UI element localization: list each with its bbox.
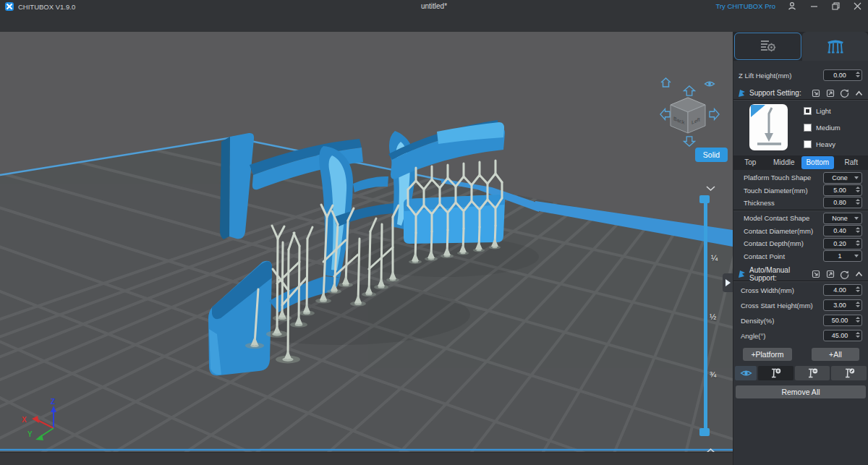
setting-label: Thickness (744, 199, 775, 207)
z-clip-slider-track[interactable] (704, 199, 707, 433)
z-clip-slider-top-handle[interactable] (699, 195, 710, 203)
part-tab-middle[interactable]: Middle (768, 156, 801, 169)
section-title: Support Setting: (749, 89, 811, 97)
setting-number-input[interactable]: 5.00 (823, 184, 862, 196)
close-button[interactable] (852, 1, 862, 10)
support-platform-icon (825, 38, 846, 54)
chevron-down-icon[interactable] (854, 255, 859, 257)
chevron-down-icon[interactable] (854, 217, 859, 220)
setting-value: 0.20 (833, 240, 846, 247)
add-platform-supports-button[interactable]: +Platform (743, 348, 792, 361)
divider (733, 210, 868, 210)
import-settings-icon[interactable] (811, 270, 820, 279)
setting-label: Contact Diameter(mm) (744, 227, 813, 235)
checkbox[interactable] (804, 124, 812, 132)
setting-value: 45.00 (832, 332, 848, 339)
view-cube[interactable]: Back Left (667, 95, 709, 139)
account-icon[interactable] (787, 1, 797, 10)
panel-expand-tab[interactable] (723, 273, 733, 292)
setting-label: Platform Touch Shape (744, 174, 811, 182)
spinner-arrows[interactable] (856, 286, 860, 292)
setting-row: Cross Start Height(mm)3.00 (733, 298, 868, 313)
slider-quarter-label: ¼ (711, 254, 718, 263)
edit-support-tool-button[interactable] (831, 366, 867, 380)
axis-z-label: Z (51, 398, 55, 406)
part-tab-bottom[interactable]: Bottom (801, 156, 834, 169)
z-lift-input[interactable]: 0.00 (823, 69, 862, 81)
spinner-arrows[interactable] (856, 199, 860, 205)
spinner-arrows[interactable] (856, 187, 860, 192)
setting-label: Model Contact Shape (744, 214, 809, 222)
setting-dropdown[interactable]: Cone (823, 172, 862, 184)
z-lift-label: Z Lift Height(mm) (739, 72, 791, 80)
collapse-section-icon[interactable] (854, 88, 864, 98)
spinner-arrows[interactable] (856, 302, 860, 307)
section-flag-icon (738, 270, 746, 278)
checkbox[interactable] (804, 107, 812, 115)
setting-number-input[interactable]: 50.00 (823, 315, 862, 326)
scene-canvas: Z X Y (0, 32, 733, 452)
setting-label: Cross Start Height(mm) (741, 302, 813, 310)
setting-number-input[interactable]: 0.40 (823, 225, 862, 236)
setting-number-input[interactable]: 3.00 (823, 299, 862, 311)
setting-row: Contact Point1 (733, 249, 868, 262)
restore-button[interactable] (830, 1, 841, 10)
part-tab-raft[interactable]: Raft (835, 156, 868, 169)
support-setting-header: Support Setting: (733, 87, 868, 100)
render-mode-solid-button[interactable]: Solid (695, 148, 728, 162)
setting-value: 3.00 (833, 302, 846, 309)
z-clip-slider-bottom-handle[interactable] (699, 428, 710, 436)
support-preview-image (749, 104, 788, 150)
support-part-tabs: TopMiddleBottomRaft (733, 155, 868, 170)
slider-expand-chevron[interactable] (705, 444, 716, 451)
reset-settings-icon[interactable] (840, 88, 849, 98)
tab-support-settings[interactable] (802, 32, 868, 61)
strength-option: Heavy (804, 140, 841, 148)
title-bar: CHITUBOX V1.9.0 untitled* Try CHITUBOX P… (0, 0, 868, 33)
spinner-arrows[interactable] (856, 332, 860, 338)
setting-row: Contact Depth(mm)0.20 (733, 237, 868, 249)
spinner-arrows[interactable] (856, 72, 860, 77)
setting-number-input[interactable]: 4.00 (823, 284, 862, 296)
setting-label: Density(%) (741, 317, 774, 325)
export-settings-icon[interactable] (825, 270, 835, 279)
export-settings-icon[interactable] (825, 88, 835, 98)
collapse-section-icon[interactable] (854, 270, 864, 279)
setting-number-input[interactable]: 0.80 (823, 197, 862, 208)
setting-row: Contact Diameter(mm)0.40 (733, 225, 868, 237)
remove-all-supports-button[interactable]: Remove All (736, 385, 866, 398)
viewport-3d[interactable]: Z X Y Back (0, 32, 733, 452)
support-edit-tools (735, 366, 867, 380)
setting-dropdown[interactable]: None (823, 213, 862, 224)
try-pro-link[interactable]: Try CHITUBOX Pro (715, 2, 775, 10)
checkbox-label: Light (816, 107, 831, 115)
rotate-right-arrow[interactable] (709, 108, 720, 124)
minimize-button[interactable] (809, 1, 819, 10)
tab-print-settings[interactable] (734, 33, 801, 60)
spinner-arrows[interactable] (856, 317, 860, 323)
support-panel: Z Lift Height(mm) 0.00 Support Setting: (733, 32, 868, 465)
setting-number-input[interactable]: 0.20 (823, 238, 862, 249)
reset-settings-icon[interactable] (840, 270, 849, 279)
checkbox[interactable] (804, 140, 812, 148)
home-view-button[interactable] (660, 77, 672, 91)
delete-support-tool-button[interactable] (795, 366, 830, 380)
setting-number-input[interactable]: 45.00 (823, 330, 862, 341)
setting-row: Angle(°)45.00 (733, 328, 868, 344)
checkbox-label: Medium (816, 124, 841, 132)
spinner-arrows[interactable] (856, 227, 860, 233)
z-lift-row: Z Lift Height(mm) 0.00 (733, 69, 868, 81)
spinner-arrows[interactable] (856, 240, 860, 246)
part-tab-top[interactable]: Top (734, 156, 767, 169)
add-support-tool-button[interactable] (758, 366, 793, 380)
slider-collapse-chevron[interactable] (705, 182, 716, 189)
import-settings-icon[interactable] (811, 88, 820, 98)
chevron-down-icon[interactable] (854, 176, 859, 179)
setting-row: Thickness0.80 (733, 197, 868, 209)
toggle-supports-visibility-button[interactable] (735, 366, 757, 380)
setting-value: Cone (832, 174, 848, 182)
setting-dropdown[interactable]: 1 (823, 250, 862, 262)
add-all-supports-button[interactable]: +All (812, 348, 859, 361)
setting-value: 5.00 (833, 187, 846, 194)
perspective-eye-button[interactable] (704, 78, 715, 91)
